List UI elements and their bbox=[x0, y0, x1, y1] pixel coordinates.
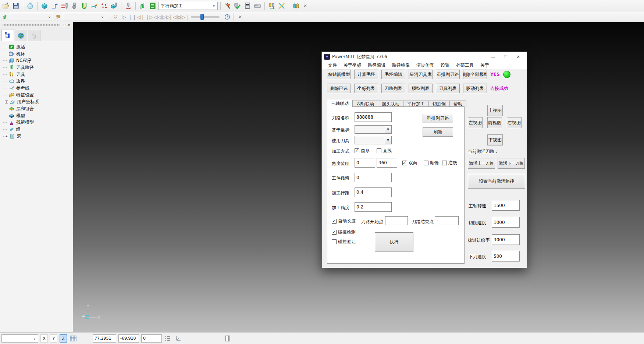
panel-float-icon[interactable]: ⊡ bbox=[61, 23, 67, 27]
clock-icon[interactable] bbox=[224, 13, 231, 21]
expand-icon[interactable]: + bbox=[5, 135, 8, 138]
step-forward-icon[interactable]: ❘▷ bbox=[146, 13, 153, 21]
menu-about[interactable]: 关于 bbox=[477, 62, 492, 69]
workplane-axes-icon[interactable] bbox=[174, 334, 182, 343]
close-button[interactable]: ✕ bbox=[512, 53, 524, 61]
menu-file[interactable]: 文件 bbox=[325, 62, 340, 69]
tab-explorer-tree[interactable] bbox=[1, 29, 14, 41]
delete-all-models-button[interactable]: 删除全部模型 bbox=[463, 70, 487, 79]
delete-selected-button[interactable]: 删除已选 bbox=[327, 84, 351, 93]
checkbox-icon[interactable] bbox=[332, 230, 337, 235]
checkbox-icon[interactable] bbox=[402, 161, 407, 165]
axis-z-button[interactable]: Z bbox=[60, 334, 67, 343]
cursor-y-input[interactable] bbox=[118, 334, 139, 343]
set-current-path-button[interactable]: 设置当前激活路径 bbox=[468, 174, 525, 189]
tolerance-input[interactable] bbox=[355, 202, 392, 212]
toolpath-edit-icon[interactable] bbox=[60, 1, 69, 10]
axis-y-button[interactable]: Y bbox=[50, 334, 57, 343]
edit-stock-button[interactable]: 毛坯编辑 bbox=[381, 70, 405, 79]
bidirectional-checkbox[interactable]: 双向 bbox=[402, 160, 417, 166]
activate-next-button[interactable]: 激活下一刀路 bbox=[498, 158, 525, 169]
view-front-button[interactable]: 前视图 bbox=[487, 117, 502, 128]
maximize-button[interactable]: ☐ bbox=[499, 53, 512, 61]
tree-item-patterns[interactable]: 参考线 bbox=[3, 85, 72, 92]
rapid-move-icon[interactable] bbox=[50, 1, 59, 10]
tree-item-groups[interactable]: 组 bbox=[3, 126, 72, 133]
tree-item-workplanes[interactable]: +用户坐标系 bbox=[3, 99, 72, 106]
tree-item-levels-sets[interactable]: 层和组合 bbox=[3, 105, 72, 112]
panel-grip[interactable] bbox=[3, 24, 60, 26]
step-back-icon[interactable]: ◁❘ bbox=[137, 13, 145, 21]
collision-avoid-checkbox[interactable]: 碰撞避让 bbox=[332, 239, 356, 245]
tab-explorer-trash[interactable] bbox=[28, 30, 40, 41]
simulation-speed-slider[interactable] bbox=[191, 16, 220, 18]
tool-change-icon[interactable] bbox=[267, 1, 276, 10]
slider-handle[interactable] bbox=[200, 14, 204, 20]
checkbox-icon[interactable] bbox=[424, 161, 428, 165]
panel-header[interactable]: ⊡ ✕ bbox=[0, 22, 73, 28]
list-options-icon[interactable] bbox=[164, 334, 172, 343]
refresh-button[interactable]: 刷新 bbox=[423, 127, 453, 137]
ball-tool-icon[interactable] bbox=[70, 1, 79, 10]
view-bottom-button[interactable]: 下视图 bbox=[487, 134, 503, 145]
conventional-checkbox[interactable]: 逆铣 bbox=[442, 160, 457, 166]
angle-to-input[interactable] bbox=[377, 158, 397, 168]
tree-item-feature-sets[interactable]: 特征设置 bbox=[3, 92, 72, 99]
checkbox-icon[interactable] bbox=[332, 219, 337, 224]
plunge-feed-input[interactable] bbox=[492, 251, 520, 261]
checkbox-icon[interactable] bbox=[355, 148, 359, 153]
lightbulb-icon[interactable] bbox=[112, 13, 119, 21]
strategy-dropdown[interactable]: 平行精加工 ∨ bbox=[158, 2, 218, 10]
tree-item-macros[interactable]: +宏 bbox=[3, 133, 72, 140]
toolpath-select-dropdown[interactable]: ∨ bbox=[10, 13, 53, 21]
skim-feed-input[interactable] bbox=[492, 234, 520, 245]
collision-check-checkbox[interactable]: 碰撞检测 bbox=[332, 229, 356, 235]
tree-item-stock-models[interactable]: 残留模型 bbox=[3, 119, 72, 126]
shaded-view-icon[interactable] bbox=[26, 1, 35, 10]
drive-list-button[interactable]: 驱动列表 bbox=[463, 84, 487, 93]
auto-length-checkbox[interactable]: 自动长度 bbox=[332, 218, 356, 224]
end-point-input[interactable] bbox=[435, 216, 459, 225]
axis-x-button[interactable]: X bbox=[40, 334, 48, 343]
stock-remain-input[interactable] bbox=[355, 173, 392, 182]
menu-path-mirror[interactable]: 路径镜像 bbox=[389, 62, 413, 69]
menu-render-sim[interactable]: 渲染仿真 bbox=[413, 62, 437, 69]
calculator-icon[interactable] bbox=[243, 1, 252, 10]
pause-icon[interactable]: ❘❘ bbox=[129, 13, 136, 21]
toolpath-name-input[interactable] bbox=[355, 112, 392, 122]
statusbar-dropdown[interactable]: ∨ bbox=[1, 334, 38, 343]
tool-dropdown[interactable]: ▼ bbox=[355, 136, 392, 144]
toolpath-list-button[interactable]: 刀路列表 bbox=[381, 84, 405, 93]
tree-item-toolpaths[interactable]: 刀具路径 bbox=[3, 64, 72, 71]
menu-coords[interactable]: 关于坐标 bbox=[340, 62, 364, 69]
circle-checkbox[interactable]: 圆形 bbox=[355, 148, 370, 154]
angle-from-input[interactable] bbox=[355, 158, 375, 168]
cutting-feed-input[interactable] bbox=[492, 217, 520, 228]
tab-4axis[interactable]: 四轴联动 bbox=[352, 101, 378, 107]
tree-item-boundaries[interactable]: 边界 bbox=[3, 78, 72, 85]
block-icon[interactable] bbox=[40, 1, 49, 10]
ruler-icon[interactable] bbox=[253, 1, 262, 10]
tab-explorer-world[interactable] bbox=[15, 30, 27, 41]
tab-saw[interactable]: 切割锯 bbox=[428, 101, 450, 107]
cursor-z-input[interactable] bbox=[141, 334, 162, 343]
expand-icon[interactable]: + bbox=[5, 100, 8, 103]
tab-3axis[interactable]: 三轴联动 bbox=[327, 100, 353, 107]
tab-parallel[interactable]: 平行加工 bbox=[403, 101, 429, 107]
points-icon[interactable] bbox=[100, 1, 108, 10]
drilling-icon[interactable] bbox=[124, 1, 133, 10]
toolpath-spring-icon[interactable] bbox=[138, 1, 147, 10]
paste-new-model-button[interactable]: 粘贴新模型 bbox=[327, 70, 351, 79]
save-project-icon[interactable] bbox=[11, 1, 20, 10]
coord-list-button[interactable]: 坐标列表 bbox=[354, 84, 378, 93]
stock-model-icon[interactable] bbox=[110, 1, 118, 10]
compare-models-icon[interactable] bbox=[292, 1, 300, 10]
hatchet-icon[interactable] bbox=[223, 1, 232, 10]
climb-checkbox[interactable]: 顺铣 bbox=[424, 160, 439, 166]
tree-item-tools[interactable]: 刀具 bbox=[3, 71, 72, 78]
tool-list-button[interactable]: 刀具列表 bbox=[436, 84, 460, 93]
grid-icon[interactable] bbox=[69, 334, 77, 343]
dialog-titlebar[interactable]: ✦ PowerMILL 忆梦星河 7.0.6 — ☐ ✕ bbox=[322, 52, 527, 62]
tree-item-active[interactable]: 激活 bbox=[3, 43, 72, 50]
viewport-toggle-icon[interactable] bbox=[224, 334, 232, 343]
